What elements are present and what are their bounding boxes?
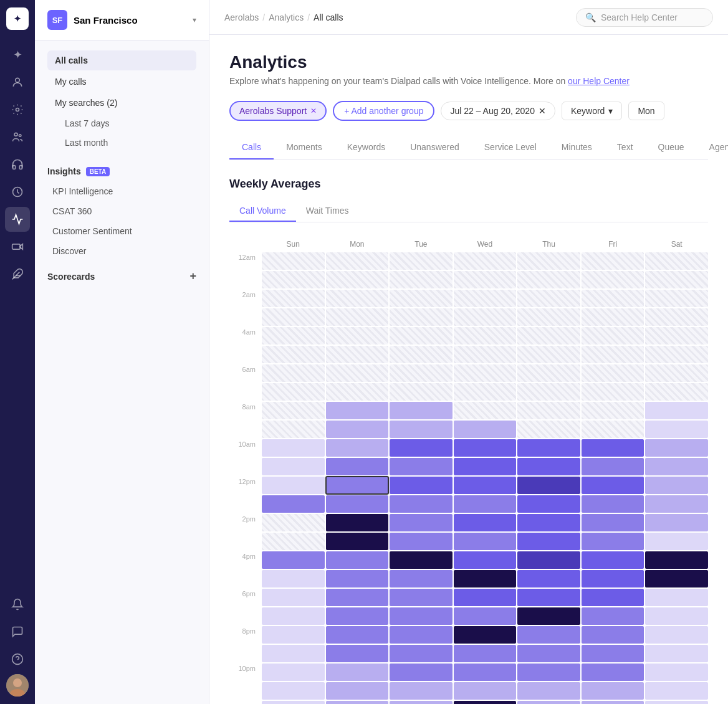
cell-3pm-sat[interactable] bbox=[645, 533, 708, 550]
cell-7am-mon[interactable] bbox=[326, 383, 389, 401]
cell-10am-wed[interactable] bbox=[454, 439, 517, 457]
cell-7pm-wed[interactable] bbox=[454, 607, 517, 625]
cell-12am-sun[interactable] bbox=[262, 252, 325, 270]
cell-11am-sat[interactable] bbox=[645, 458, 708, 475]
nav-headset-icon[interactable] bbox=[5, 152, 30, 177]
cell-12pm-fri[interactable] bbox=[582, 477, 644, 494]
cell-9pm-mon[interactable] bbox=[326, 645, 389, 662]
nav-sparkle-icon[interactable]: ✦ bbox=[5, 42, 30, 67]
breadcrumb-analytics[interactable]: Analytics bbox=[269, 12, 304, 22]
cell-3am-fri[interactable] bbox=[582, 308, 644, 326]
cell-12am-thu[interactable] bbox=[517, 252, 580, 270]
cell-10pm-sat[interactable] bbox=[645, 664, 708, 681]
tab-service-level[interactable]: Service Level bbox=[472, 136, 549, 159]
cell-mid-sun[interactable] bbox=[262, 701, 325, 704]
cell-3am-sun[interactable] bbox=[262, 308, 325, 326]
cell-3am-mon[interactable] bbox=[326, 308, 389, 326]
cell-8pm-sat[interactable] bbox=[645, 626, 708, 644]
sidebar-item-last-7-days[interactable]: Last 7 days bbox=[52, 114, 191, 133]
cell-11pm-mon[interactable] bbox=[326, 682, 389, 700]
cell-11am-sun[interactable] bbox=[262, 458, 325, 475]
cell-8am-mon[interactable] bbox=[326, 402, 389, 419]
tab-minutes[interactable]: Minutes bbox=[549, 136, 605, 159]
cell-6am-wed[interactable] bbox=[454, 364, 517, 382]
cell-7am-sun[interactable] bbox=[262, 383, 325, 401]
cell-10pm-thu[interactable] bbox=[517, 664, 580, 681]
cell-6pm-fri[interactable] bbox=[582, 589, 644, 606]
cell-2am-fri[interactable] bbox=[582, 290, 644, 307]
cell-4am-wed[interactable] bbox=[454, 327, 517, 345]
cell-7am-thu[interactable] bbox=[517, 383, 580, 401]
cell-12am-fri[interactable] bbox=[582, 252, 644, 270]
cell-4am-sat[interactable] bbox=[645, 327, 708, 345]
tab-moments[interactable]: Moments bbox=[274, 136, 335, 159]
nav-help-icon[interactable] bbox=[5, 647, 30, 672]
cell-1pm-sat[interactable] bbox=[645, 495, 708, 513]
cell-12am-wed[interactable] bbox=[454, 252, 517, 270]
nav-contact-icon[interactable] bbox=[5, 70, 30, 95]
keyword-filter[interactable]: Keyword ▾ bbox=[562, 102, 622, 120]
cell-12am-tue[interactable] bbox=[390, 252, 453, 270]
cell-4pm-mon[interactable] bbox=[326, 551, 389, 569]
cell-2pm-sat[interactable] bbox=[645, 514, 708, 531]
mode-filter[interactable]: Mon bbox=[628, 102, 664, 120]
add-scorecard-icon[interactable]: + bbox=[189, 270, 196, 283]
cell-12am-mon[interactable] bbox=[326, 252, 389, 270]
cell-2pm-wed[interactable] bbox=[454, 514, 517, 531]
cell-11am-tue[interactable] bbox=[390, 458, 453, 475]
cell-mid-wed[interactable] bbox=[454, 701, 517, 704]
cell-12pm-sun[interactable] bbox=[262, 477, 325, 494]
cell-4pm-sat[interactable] bbox=[645, 551, 708, 569]
cell-8am-wed[interactable] bbox=[454, 402, 517, 419]
cell-5am-sun[interactable] bbox=[262, 346, 325, 363]
cell-5pm-sun[interactable] bbox=[262, 570, 325, 587]
cell-6pm-wed[interactable] bbox=[454, 589, 517, 606]
nav-video-icon[interactable] bbox=[5, 234, 30, 259]
cell-4pm-fri[interactable] bbox=[582, 551, 644, 569]
cell-5am-wed[interactable] bbox=[454, 346, 517, 363]
cell-8pm-sun[interactable] bbox=[262, 626, 325, 644]
cell-7pm-mon[interactable] bbox=[326, 607, 389, 625]
cell-8pm-fri[interactable] bbox=[582, 626, 644, 644]
cell-12am-sat[interactable] bbox=[645, 252, 708, 270]
cell-12pm-sat[interactable] bbox=[645, 477, 708, 494]
cell-1am-tue[interactable] bbox=[390, 271, 453, 288]
cell-2pm-fri[interactable] bbox=[582, 514, 644, 531]
cell-1pm-mon[interactable] bbox=[326, 495, 389, 513]
cell-11pm-sun[interactable] bbox=[262, 682, 325, 700]
cell-5pm-mon[interactable] bbox=[326, 570, 389, 587]
cell-8am-sun[interactable] bbox=[262, 402, 325, 419]
cell-1am-wed[interactable] bbox=[454, 271, 517, 288]
cell-9am-wed[interactable] bbox=[454, 421, 517, 438]
cell-1am-thu[interactable] bbox=[517, 271, 580, 288]
cell-4pm-sun[interactable] bbox=[262, 551, 325, 569]
cell-4am-mon[interactable] bbox=[326, 327, 389, 345]
nav-history-icon[interactable] bbox=[5, 179, 30, 204]
help-center-link[interactable]: our Help Center bbox=[568, 76, 630, 86]
cell-10am-tue[interactable] bbox=[390, 439, 453, 457]
tab-agent[interactable]: Agent bbox=[697, 136, 728, 159]
cell-12pm-thu[interactable] bbox=[517, 477, 580, 494]
cell-7am-tue[interactable] bbox=[390, 383, 453, 401]
cell-8pm-mon[interactable] bbox=[326, 626, 389, 644]
cell-10pm-wed[interactable] bbox=[454, 664, 517, 681]
cell-2am-tue[interactable] bbox=[390, 290, 453, 307]
tab-queue[interactable]: Queue bbox=[646, 136, 697, 159]
cell-8pm-wed[interactable] bbox=[454, 626, 517, 644]
cell-9pm-sat[interactable] bbox=[645, 645, 708, 662]
cell-7am-fri[interactable] bbox=[582, 383, 644, 401]
cell-11pm-wed[interactable] bbox=[454, 682, 517, 700]
cell-3pm-fri[interactable] bbox=[582, 533, 644, 550]
cell-4am-tue[interactable] bbox=[390, 327, 453, 345]
cell-5pm-sat[interactable] bbox=[645, 570, 708, 587]
tab-calls[interactable]: Calls bbox=[229, 136, 274, 159]
cell-3pm-sun[interactable] bbox=[262, 533, 325, 550]
cell-1am-sat[interactable] bbox=[645, 271, 708, 288]
cell-7pm-sun[interactable] bbox=[262, 607, 325, 625]
cell-6am-fri[interactable] bbox=[582, 364, 644, 382]
sub-tab-wait-times[interactable]: Wait Times bbox=[296, 201, 359, 222]
cell-7pm-tue[interactable] bbox=[390, 607, 453, 625]
cell-9pm-tue[interactable] bbox=[390, 645, 453, 662]
cell-8am-fri[interactable] bbox=[582, 402, 644, 419]
cell-9am-sat[interactable] bbox=[645, 421, 708, 438]
